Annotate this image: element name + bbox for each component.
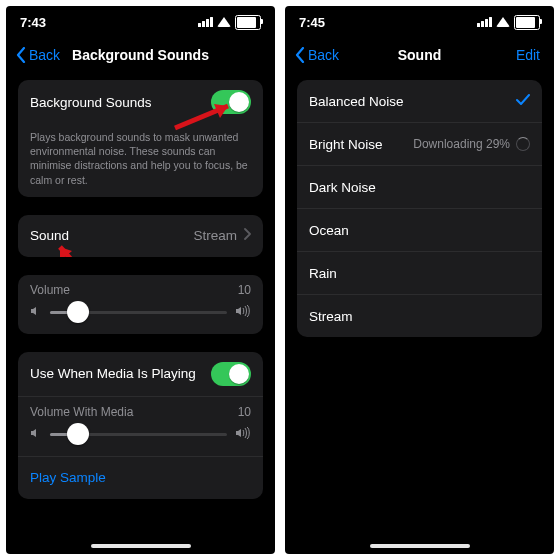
- list-item[interactable]: Dark Noise: [297, 165, 542, 208]
- media-toggle-label: Use When Media Is Playing: [30, 366, 196, 381]
- cellular-icon: [198, 17, 213, 27]
- bg-sounds-footnote: Plays background sounds to mask unwanted…: [18, 124, 263, 197]
- media-toggle-row[interactable]: Use When Media Is Playing: [18, 352, 263, 396]
- play-sample-row[interactable]: Play Sample: [18, 456, 263, 499]
- chevron-right-icon: [243, 228, 251, 243]
- battery-icon: [514, 15, 540, 30]
- media-group: Use When Media Is Playing Volume With Me…: [18, 352, 263, 499]
- speaker-high-icon: [235, 305, 251, 320]
- status-time: 7:45: [299, 15, 325, 30]
- speaker-high-icon: [235, 427, 251, 442]
- speaker-low-icon: [30, 305, 42, 320]
- home-indicator: [370, 544, 470, 548]
- status-time: 7:43: [20, 15, 46, 30]
- battery-icon: [235, 15, 261, 30]
- nav-bar: Back Sound Edit: [285, 38, 554, 72]
- download-status: Downloading 29%: [413, 137, 510, 151]
- page-title: Sound: [398, 47, 442, 63]
- edit-button[interactable]: Edit: [516, 47, 540, 63]
- list-item-label: Bright Noise: [309, 137, 383, 152]
- media-volume-slider[interactable]: [30, 427, 251, 442]
- sound-group: Sound Stream: [18, 215, 263, 257]
- bg-sounds-label: Background Sounds: [30, 95, 152, 110]
- page-title: Background Sounds: [72, 47, 209, 63]
- status-right: [477, 15, 540, 30]
- screen-sound-list: 7:45 Back Sound Edit Balanced Noise: [285, 6, 554, 554]
- media-volume-value: 10: [238, 405, 251, 419]
- volume-slider[interactable]: [30, 305, 251, 320]
- list-item[interactable]: Ocean: [297, 208, 542, 251]
- play-sample-link[interactable]: Play Sample: [30, 470, 106, 485]
- list-item[interactable]: Balanced Noise: [297, 80, 542, 122]
- cellular-icon: [477, 17, 492, 27]
- speaker-low-icon: [30, 427, 42, 442]
- sound-row[interactable]: Sound Stream: [18, 215, 263, 257]
- screen-background-sounds: 7:43 Back Background Sounds Background S…: [6, 6, 275, 554]
- list-item-label: Rain: [309, 266, 337, 281]
- list-item-label: Ocean: [309, 223, 349, 238]
- chevron-left-icon: [16, 47, 26, 63]
- list-item-label: Balanced Noise: [309, 94, 404, 109]
- back-button[interactable]: Back: [295, 47, 339, 63]
- list-item[interactable]: Rain: [297, 251, 542, 294]
- back-label: Back: [308, 47, 339, 63]
- sound-list-group: Balanced Noise Bright Noise Downloading …: [297, 80, 542, 337]
- volume-group: Volume 10: [18, 275, 263, 334]
- volume-value: 10: [238, 283, 251, 297]
- list-item-label: Dark Noise: [309, 180, 376, 195]
- volume-label: Volume: [30, 283, 70, 297]
- status-right: [198, 15, 261, 30]
- media-volume-label: Volume With Media: [30, 405, 133, 419]
- list-item-label: Stream: [309, 309, 353, 324]
- status-bar: 7:45: [285, 6, 554, 38]
- sound-label: Sound: [30, 228, 69, 243]
- bg-sounds-toggle[interactable]: [211, 90, 251, 114]
- wifi-icon: [496, 17, 510, 27]
- list-item[interactable]: Stream: [297, 294, 542, 337]
- list-item[interactable]: Bright Noise Downloading 29%: [297, 122, 542, 165]
- back-label: Back: [29, 47, 60, 63]
- media-toggle[interactable]: [211, 362, 251, 386]
- chevron-left-icon: [295, 47, 305, 63]
- home-indicator: [91, 544, 191, 548]
- wifi-icon: [217, 17, 231, 27]
- spinner-icon: [516, 137, 530, 151]
- sound-value: Stream: [193, 228, 237, 243]
- bg-sounds-toggle-row[interactable]: Background Sounds: [18, 80, 263, 124]
- nav-bar: Back Background Sounds: [6, 38, 275, 72]
- status-bar: 7:43: [6, 6, 275, 38]
- bg-sounds-group: Background Sounds Plays background sound…: [18, 80, 263, 197]
- back-button[interactable]: Back: [16, 47, 60, 63]
- checkmark-icon: [516, 94, 530, 109]
